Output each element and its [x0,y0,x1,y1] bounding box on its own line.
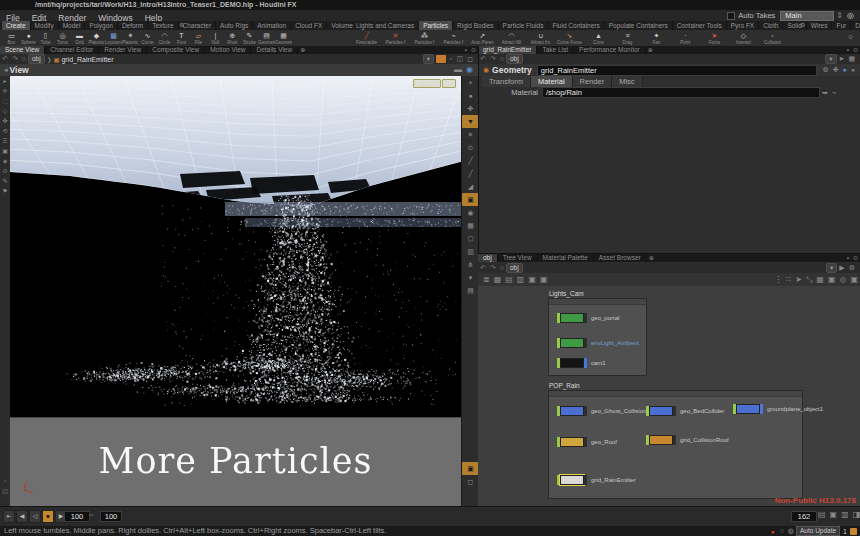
gear-icon[interactable]: ⚙ [820,66,830,74]
shelf-tab[interactable]: Wires [807,21,833,30]
add-tab-icon[interactable]: ⊕ [646,46,655,54]
plug-icon[interactable]: ⌁ [830,89,838,97]
node-icon[interactable] [560,313,584,323]
viewport-tool-icon[interactable]: ✕ [462,128,479,141]
pane-tab[interactable]: grid_RainEmitter [478,46,537,54]
shelf-tool[interactable]: ▬Grid [71,31,88,45]
network-tool-icon[interactable]: ▦ [492,273,504,286]
viewport-tool-icon[interactable]: ▾ [462,271,479,284]
shelf-tab[interactable]: Deform [118,21,148,30]
shelf-gear-icon[interactable]: ⚙ [177,21,186,30]
network-node[interactable]: grid_CollisionRoof [646,435,729,445]
shelf-tool[interactable]: ▤Geometry [258,31,275,45]
forward-icon[interactable]: ↷ [488,263,498,273]
shelf-tool[interactable]: ✶Platonic S [122,31,139,45]
path-root-chip[interactable]: obj [506,54,523,64]
shelf-tool[interactable]: ✎Stroke [241,31,258,45]
auto-update-selector[interactable]: Auto Update [796,526,840,536]
shelf-tool[interactable]: ✦Fan [642,31,671,45]
info-icon[interactable]: ● [849,66,857,74]
shelf-tool[interactable]: ➤Force [700,31,729,45]
pane-tab[interactable]: Scene View [0,46,45,54]
viewport-tool-icon[interactable]: ● [462,89,479,102]
pane-tab[interactable]: Asset Browser [594,254,647,262]
viewport-tool-icon[interactable]: ⋔ [462,258,479,271]
path-dropdown-icon[interactable]: ▾ [423,54,434,64]
folder-tab[interactable]: Misc [612,76,642,87]
viewport-tool-icon[interactable]: ◢ [462,180,479,193]
shelf-tool[interactable]: ➚Auto Paren [468,31,497,45]
shelf-tab[interactable]: Populate Containers [605,21,673,30]
node-icon[interactable] [560,338,584,348]
network-box-lights-cam[interactable]: geo_portal envLight_Ambient cam1 [548,298,647,376]
jump-icon[interactable]: ➥ [820,89,830,97]
playbar-option-icon[interactable]: ▤ [816,511,828,519]
network-editor-canvas[interactable]: Lights_Cam geo_portal envLight_Ambient [478,286,860,506]
path-dropdown-icon[interactable]: ▾ [825,54,836,64]
notification-icon[interactable]: ◎ [845,12,856,20]
path-root-chip[interactable]: obj [506,263,523,273]
shelf-tab[interactable]: Animation [253,21,291,30]
forward-icon[interactable]: ↷ [488,54,498,64]
network-box-header[interactable] [549,299,646,305]
shelf-tool[interactable]: ▦Geometry [275,31,292,45]
shelf-tab[interactable]: Rigid Bodies [453,21,499,30]
shelf-tab[interactable]: Pyro FX [727,21,759,30]
shelf-tab[interactable]: Cloud FX [291,21,327,30]
shelf-tab[interactable]: Texture [148,21,178,30]
pane-tab[interactable]: Motion View [205,46,251,54]
node-icon[interactable] [649,406,673,416]
shelf-tab[interactable]: Fur [832,21,851,30]
pane-split-icon[interactable]: ⊙ [851,46,860,54]
network-tool-icon[interactable]: ▣ [526,273,538,286]
playbar-option-icon[interactable]: ◨ [851,511,860,519]
material-path-field[interactable]: /shop/Rain [542,87,820,98]
transport-button[interactable]: ⇤ [3,510,15,523]
viewport-tool-icon[interactable]: ▣ [462,193,479,206]
pane-tab[interactable]: Material Palette [538,254,594,262]
shelf-tool[interactable]: ╱Firecracke [352,31,381,45]
network-tool-icon[interactable]: ▣ [826,273,838,286]
path-node[interactable]: grid_RainEmitter [59,56,113,63]
network-box-title[interactable]: Lights_Cam [549,290,584,297]
shelf-tool[interactable]: ◇Interact [729,31,758,45]
frame-step-icons[interactable]: ▫▫ [87,511,95,519]
viewport-tool-icon[interactable]: ╱ [462,167,479,180]
network-node[interactable]: geo_Ghost_Collision [557,406,646,416]
shelf-tool[interactable]: TFont [173,31,190,45]
node-name-field[interactable]: grid_RainEmitter [537,65,817,76]
shelf-tool[interactable]: ◦Collision [758,31,787,45]
tool-icon[interactable]: ◈ [0,156,10,166]
shelf-tool[interactable]: ∿Curve [139,31,156,45]
back-icon[interactable]: ↶ [478,54,488,64]
snapshot-icon[interactable] [436,55,446,63]
viewport-tool-icon[interactable]: ▦ [462,219,479,232]
tool-icon[interactable]: ▸ [0,76,10,86]
network-node[interactable]: grid_RainEmitter [557,475,636,485]
take-selector[interactable]: Main [780,11,834,21]
folder-tab[interactable]: Material [531,76,573,87]
view-tab-label[interactable]: View [10,64,29,76]
network-tool-icon[interactable]: ▦ [814,273,826,286]
camera-icon[interactable]: ◫ [455,55,466,63]
tool-icon[interactable]: ▣ [0,146,10,156]
home-icon[interactable]: ⌂ [498,263,506,273]
memory-icon[interactable] [850,528,857,535]
network-tool-icon[interactable]: ▣ [848,273,860,286]
tool-icon[interactable]: ⬚ [0,96,10,106]
folder-tab[interactable]: Render [573,76,613,87]
node-icon[interactable] [736,404,760,414]
viewport-tool-icon[interactable]: ▼ [462,115,479,128]
layout-icon[interactable]: ◻ [465,55,475,63]
network-node[interactable]: geo_portal [557,313,619,323]
node-icon[interactable] [649,435,673,445]
tool-icon[interactable]: ⟲ [0,126,10,136]
auto-takes-checkbox[interactable] [727,12,735,20]
tool-icon[interactable]: ☰ [0,136,10,146]
globe-icon[interactable]: ◉ [464,66,475,74]
take-stepper-icon[interactable]: ⇕ [834,12,845,20]
viewport-tool-icon[interactable]: ▤ [462,284,479,297]
viewport-overlay-chip[interactable] [442,79,456,88]
home-icon[interactable]: ⌂ [20,54,28,64]
shelf-tool[interactable]: ⊕Rivet [224,31,241,45]
